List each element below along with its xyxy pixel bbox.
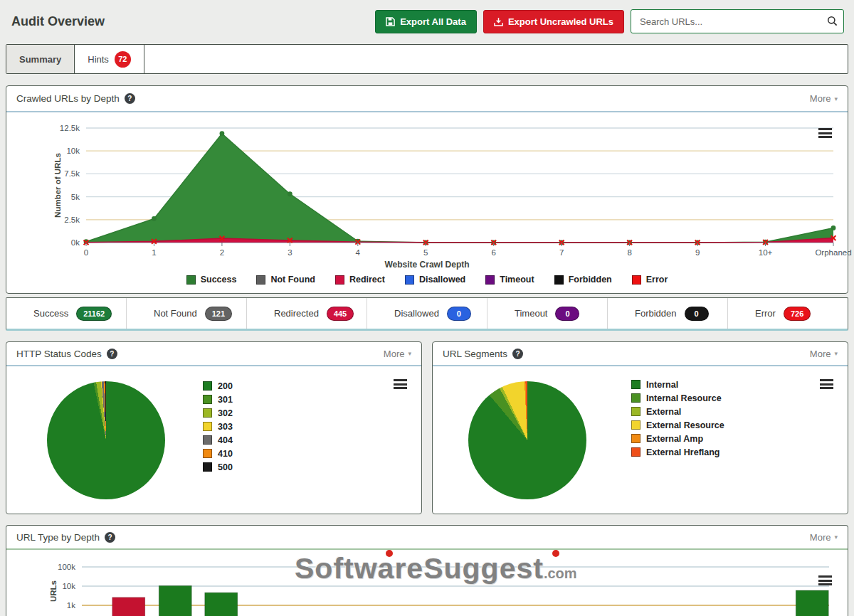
url-segments-body: Internal Internal Resource External Exte… (433, 366, 848, 513)
url-segments-pie[interactable] (468, 381, 586, 499)
svg-text:10+: 10+ (759, 248, 773, 257)
tab-hints-label: Hints (88, 54, 109, 65)
svg-text:Number of URLs: Number of URLs (53, 153, 62, 218)
url-type-panel-header: URL Type by Depth ? More ▾ (6, 526, 848, 550)
svg-text:5: 5 (423, 248, 428, 257)
svg-text:1k: 1k (67, 601, 75, 610)
tab-hints[interactable]: Hints 72 (75, 45, 144, 73)
legend-item-410[interactable]: 410 (203, 447, 233, 460)
stat-timeout: Timeout 0 (487, 298, 608, 329)
chevron-down-icon: ▾ (834, 95, 838, 102)
legend-item-301[interactable]: 301 (203, 393, 233, 406)
svg-text:4: 4 (356, 248, 361, 257)
chevron-down-icon: ▾ (408, 350, 411, 357)
tab-summary[interactable]: Summary (6, 45, 75, 73)
url-segments-panel-header: URL Segments ? More ▾ (433, 342, 848, 366)
legend-item-external[interactable]: External (631, 405, 724, 418)
stat-redirected: Redirected 445 (247, 298, 367, 329)
svg-text:100k: 100k (58, 563, 75, 571)
http-status-pie[interactable] (47, 381, 165, 499)
legend-item-external-amp[interactable]: External Amp (631, 432, 724, 445)
legend-item-external-resource[interactable]: External Resource (631, 418, 724, 432)
status-badge: 0 (447, 307, 471, 321)
legend-item-redirect[interactable]: Redirect (335, 275, 385, 285)
crawl-depth-panel: Crawled URLs by Depth ? More ▾ 0k2.5k5k7… (6, 85, 848, 294)
audit-overview-page: Audit Overview Export All Data Export Un… (0, 0, 854, 616)
tab-bar-filler (144, 45, 848, 73)
export-uncrawled-urls-button[interactable]: Export Uncrawled URLs (483, 10, 624, 33)
status-badge: 121 (205, 307, 232, 321)
svg-text:7.5k: 7.5k (64, 169, 80, 178)
export-all-data-label: Export All Data (400, 16, 466, 27)
hints-count-badge: 72 (115, 51, 131, 68)
legend-item-302[interactable]: 302 (203, 406, 233, 420)
svg-text:0: 0 (84, 248, 88, 257)
legend-item-error[interactable]: Error (632, 275, 668, 285)
http-status-title: HTTP Status Codes (16, 349, 102, 359)
status-badge: 445 (327, 307, 354, 321)
legend-item-external-hreflang[interactable]: External Hreflang (631, 445, 724, 459)
stat-not-found: Not Found 121 (127, 298, 247, 329)
search-input[interactable] (631, 9, 844, 33)
http-status-panel-header: HTTP Status Codes ? More ▾ (6, 342, 421, 366)
svg-text:2: 2 (220, 248, 224, 257)
svg-text:6: 6 (492, 248, 496, 257)
more-dropdown[interactable]: More ▾ (384, 349, 411, 359)
page-title: Audit Overview (11, 14, 105, 29)
svg-text:Orphaned: Orphaned (815, 248, 851, 257)
legend-item-timeout[interactable]: Timeout (485, 275, 534, 285)
chart-menu-icon[interactable] (394, 379, 407, 391)
legend-item-disallowed[interactable]: Disallowed (405, 275, 465, 285)
help-icon[interactable]: ? (125, 93, 135, 104)
svg-text:9: 9 (695, 248, 700, 257)
status-badge: 21162 (76, 307, 112, 321)
more-dropdown[interactable]: More ▾ (810, 349, 838, 359)
legend-item-500[interactable]: 500 (203, 460, 233, 474)
chart-menu-icon[interactable] (818, 128, 832, 140)
search-icon[interactable] (827, 16, 838, 29)
url-type-panel: URL Type by Depth ? More ▾ 1k10k100kURLs (6, 525, 848, 616)
http-status-body: 200 301 302 303 404 410 500 (6, 366, 421, 513)
svg-text:2.5k: 2.5k (64, 216, 80, 224)
legend-item-303[interactable]: 303 (203, 420, 233, 433)
legend-item-success[interactable]: Success (186, 275, 237, 285)
legend-item-internal-resource[interactable]: Internal Resource (631, 391, 724, 405)
stat-success: Success 21162 (6, 298, 127, 329)
crawl-depth-title: Crawled URLs by Depth (16, 93, 120, 104)
svg-text:12.5k: 12.5k (60, 124, 80, 132)
export-all-data-button[interactable]: Export All Data (375, 10, 477, 33)
more-dropdown[interactable]: More ▾ (810, 532, 838, 543)
crawl-depth-chart[interactable]: 0k2.5k5k7.5k10k12.5k012345678910+Orphane… (11, 117, 853, 259)
legend-item-200[interactable]: 200 (203, 379, 233, 393)
crawl-depth-legend: Success Not Found Redirect Disallowed Ti… (11, 272, 843, 290)
http-status-legend: 200 301 302 303 404 410 500 (203, 379, 233, 474)
status-badge: 726 (784, 307, 811, 321)
help-icon[interactable]: ? (107, 349, 117, 359)
svg-text:3: 3 (288, 248, 292, 257)
legend-item-not-found[interactable]: Not Found (256, 275, 315, 285)
tab-summary-label: Summary (19, 54, 61, 65)
svg-text:8: 8 (627, 248, 631, 257)
crawl-depth-panel-header: Crawled URLs by Depth ? More ▾ (6, 86, 848, 112)
chart-menu-icon[interactable] (818, 575, 832, 588)
help-icon[interactable]: ? (512, 349, 523, 359)
legend-item-internal[interactable]: Internal (631, 378, 724, 391)
legend-item-404[interactable]: 404 (203, 433, 233, 447)
url-type-title: URL Type by Depth (16, 532, 100, 543)
status-badge: 0 (555, 307, 579, 321)
svg-text:7: 7 (559, 248, 564, 257)
url-type-body: 1k10k100kURLs (6, 553, 848, 616)
more-dropdown[interactable]: More ▾ (810, 93, 838, 104)
status-badge: 0 (685, 307, 709, 321)
crawl-depth-body: 0k2.5k5k7.5k10k12.5k012345678910+Orphane… (6, 112, 848, 293)
url-type-chart[interactable]: 1k10k100kURLs (6, 553, 849, 616)
svg-text:10k: 10k (66, 147, 80, 155)
stat-forbidden: Forbidden 0 (608, 298, 728, 329)
help-icon[interactable]: ? (105, 532, 115, 543)
svg-text:0k: 0k (71, 238, 80, 247)
chart-menu-icon[interactable] (820, 379, 833, 391)
crawl-status-summary: Success 21162 Not Found 121 Redirected 4… (6, 297, 848, 331)
top-actions: Export All Data Export Uncrawled URLs (375, 9, 844, 33)
stat-disallowed: Disallowed 0 (367, 298, 487, 329)
legend-item-forbidden[interactable]: Forbidden (554, 275, 612, 285)
